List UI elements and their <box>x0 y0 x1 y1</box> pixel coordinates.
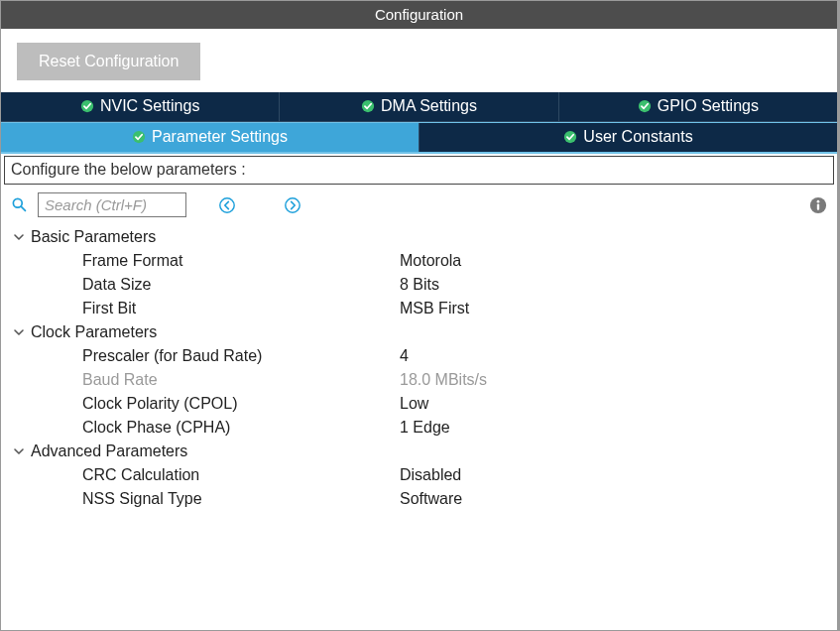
chevron-down-icon <box>13 445 25 457</box>
search-input[interactable] <box>38 192 186 217</box>
tab-label: GPIO Settings <box>658 97 759 115</box>
tab-nvic-settings[interactable]: NVIC Settings <box>1 92 280 121</box>
param-label: Frame Format <box>82 252 400 270</box>
tab-label: User Constants <box>583 128 692 146</box>
prev-result-button[interactable] <box>218 196 236 214</box>
param-value: Disabled <box>400 466 461 484</box>
toolbar: Reset Configuration <box>1 29 837 92</box>
param-prescaler[interactable]: Prescaler (for Baud Rate) 4 <box>11 344 831 368</box>
info-icon[interactable] <box>809 196 827 214</box>
chevron-down-icon <box>13 326 25 338</box>
group-title: Advanced Parameters <box>31 442 187 460</box>
tab-label: Parameter Settings <box>152 128 288 146</box>
group-title: Clock Parameters <box>31 323 157 341</box>
check-icon <box>132 130 146 144</box>
tab-user-constants[interactable]: User Constants <box>420 123 837 152</box>
param-value: Low <box>400 395 428 413</box>
check-icon <box>361 99 375 113</box>
svg-point-8 <box>286 197 300 211</box>
group-basic-parameters[interactable]: Basic Parameters <box>11 225 831 249</box>
panel-title: Configuration <box>1 1 837 29</box>
param-nss-signal-type[interactable]: NSS Signal Type Software <box>11 487 831 511</box>
param-data-size[interactable]: Data Size 8 Bits <box>11 273 831 297</box>
param-label: First Bit <box>82 300 400 317</box>
configuration-panel: Configuration Reset Configuration NVIC S… <box>0 0 840 631</box>
param-crc-calculation[interactable]: CRC Calculation Disabled <box>11 463 831 487</box>
tab-label: DMA Settings <box>381 97 477 115</box>
group-title: Basic Parameters <box>31 228 156 246</box>
tab-parameter-settings[interactable]: Parameter Settings <box>1 123 420 152</box>
param-value: 4 <box>400 347 409 365</box>
check-icon <box>638 99 652 113</box>
param-cpha[interactable]: Clock Phase (CPHA) 1 Edge <box>11 416 831 440</box>
tab-dma-settings[interactable]: DMA Settings <box>280 92 558 121</box>
param-value: MSB First <box>400 300 469 317</box>
param-value: Software <box>400 490 462 508</box>
param-label: NSS Signal Type <box>82 490 400 508</box>
svg-rect-11 <box>817 203 819 209</box>
search-bar <box>1 185 837 223</box>
group-clock-parameters[interactable]: Clock Parameters <box>11 320 831 344</box>
param-first-bit[interactable]: First Bit MSB First <box>11 297 831 320</box>
svg-point-10 <box>817 199 820 202</box>
prompt-text: Configure the below parameters : <box>4 156 834 185</box>
search-icon[interactable] <box>11 196 28 213</box>
tab-label: NVIC Settings <box>100 97 199 115</box>
param-label: Prescaler (for Baud Rate) <box>82 347 400 365</box>
parameters-tree: Basic Parameters Frame Format Motorola D… <box>1 223 837 521</box>
param-label: Clock Polarity (CPOL) <box>82 395 400 413</box>
param-cpol[interactable]: Clock Polarity (CPOL) Low <box>11 392 831 416</box>
param-value: 8 Bits <box>400 276 439 294</box>
group-advanced-parameters[interactable]: Advanced Parameters <box>11 440 831 463</box>
next-result-button[interactable] <box>284 196 301 214</box>
param-value: 18.0 MBits/s <box>400 371 487 389</box>
check-icon <box>563 130 577 144</box>
tabs: NVIC Settings DMA Settings GPIO Settings <box>1 92 837 154</box>
param-baud-rate: Baud Rate 18.0 MBits/s <box>11 368 831 392</box>
param-value: 1 Edge <box>400 419 450 437</box>
param-label: CRC Calculation <box>82 466 400 484</box>
svg-point-7 <box>220 197 234 211</box>
reset-configuration-button[interactable]: Reset Configuration <box>17 43 200 80</box>
chevron-down-icon <box>13 231 25 243</box>
svg-line-6 <box>21 206 25 210</box>
param-label: Data Size <box>82 276 400 294</box>
tab-gpio-settings[interactable]: GPIO Settings <box>559 92 837 121</box>
check-icon <box>80 99 94 113</box>
param-label: Baud Rate <box>82 371 400 389</box>
param-value: Motorola <box>400 252 461 270</box>
param-frame-format[interactable]: Frame Format Motorola <box>11 249 831 273</box>
param-label: Clock Phase (CPHA) <box>82 419 400 437</box>
